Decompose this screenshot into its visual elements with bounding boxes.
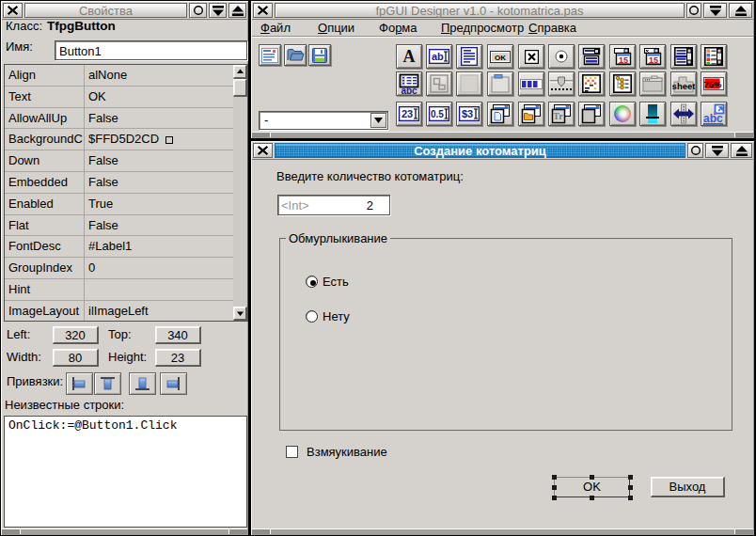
svg-text:Tr: Tr: [553, 111, 563, 121]
svg-text:abc: abc: [401, 86, 417, 94]
svg-text:0.5: 0.5: [431, 109, 444, 119]
svg-text:abc: abc: [703, 112, 723, 125]
svg-text:75%: 75%: [703, 79, 722, 89]
svg-text:23: 23: [402, 108, 413, 119]
svg-text:$3: $3: [462, 108, 473, 119]
svg-text:OK: OK: [495, 53, 506, 61]
svg-text:A: A: [403, 48, 416, 65]
svg-text:ab: ab: [432, 51, 444, 62]
svg-text:sheet: sheet: [672, 81, 695, 91]
